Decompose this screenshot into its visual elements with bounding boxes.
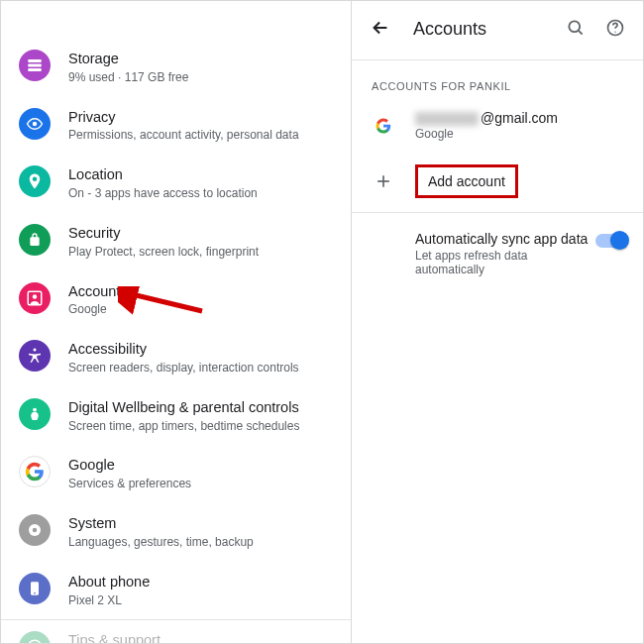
system-icon [19, 514, 51, 546]
sidebar-item-storage[interactable]: Storage 9% used · 117 GB free [1, 39, 351, 97]
help-button[interactable] [605, 18, 625, 42]
location-icon [19, 165, 51, 197]
accessibility-title: Accessibility [68, 340, 333, 359]
add-account-row[interactable]: Add account [352, 151, 643, 213]
accessibility-icon [19, 340, 51, 372]
sidebar-item-tips[interactable]: ? Tips & support Help articles, phone & … [1, 620, 351, 643]
system-title: System [68, 514, 333, 533]
location-title: Location [68, 165, 333, 184]
account-email: @gmail.com [415, 110, 558, 126]
accessibility-sub: Screen readers, display, interaction con… [68, 360, 333, 376]
account-row-google[interactable]: @gmail.com Google [352, 100, 643, 151]
google-title: Google [68, 456, 333, 475]
accounts-icon [19, 282, 51, 314]
svg-text:?: ? [32, 642, 38, 643]
sidebar-item-accessibility[interactable]: Accessibility Screen readers, display, i… [1, 329, 351, 387]
svg-line-17 [579, 30, 583, 34]
detail-header: Accounts [352, 1, 643, 60]
svg-rect-0 [28, 59, 42, 62]
section-label: ACCOUNTS FOR PANKIL [352, 60, 643, 100]
svg-point-9 [33, 528, 38, 533]
sidebar-item-google[interactable]: Google Services & preferences [1, 445, 351, 503]
google-account-icon [370, 112, 397, 140]
sidebar-item-accounts[interactable]: Accounts Google [1, 271, 351, 330]
sidebar-item-privacy[interactable]: Privacy Permissions, account activity, p… [1, 97, 351, 156]
svg-point-16 [569, 21, 580, 32]
svg-point-19 [614, 31, 615, 32]
add-account-highlight: Add account [415, 164, 518, 198]
accounts-detail-panel: Accounts ACCOUNTS FOR PANKIL @gmail.com … [352, 1, 643, 643]
settings-list-panel: Storage 9% used · 117 GB free Privacy Pe… [1, 1, 352, 643]
account-provider: Google [415, 127, 558, 141]
back-button[interactable] [370, 17, 391, 43]
wellbeing-title: Digital Wellbeing & parental controls [68, 398, 333, 417]
sync-sub: Let apps refresh data automatically [415, 249, 595, 276]
location-sub: On - 3 apps have access to location [68, 185, 333, 202]
security-title: Security [68, 224, 333, 243]
storage-sub: 9% used · 117 GB free [68, 69, 333, 86]
sync-title: Automatically sync app data [415, 231, 595, 247]
privacy-sub: Permissions, account activity, personal … [68, 127, 333, 144]
system-sub: Languages, gestures, time, backup [68, 534, 333, 551]
sidebar-item-wellbeing[interactable]: Digital Wellbeing & parental controls Sc… [1, 387, 351, 446]
about-icon [19, 573, 51, 604]
sidebar-item-location[interactable]: Location On - 3 apps have access to loca… [1, 155, 351, 213]
google-icon [19, 456, 51, 487]
storage-title: Storage [68, 50, 333, 68]
tips-icon: ? [19, 631, 51, 643]
svg-point-11 [34, 592, 36, 594]
sidebar-item-system[interactable]: System Languages, gestures, time, backup [1, 503, 351, 562]
security-sub: Play Protect, screen lock, fingerprint [68, 244, 333, 261]
plus-icon [370, 167, 397, 195]
about-title: About phone [68, 573, 333, 591]
security-icon [19, 224, 51, 256]
accounts-sub: Google [68, 301, 333, 318]
sidebar-item-about[interactable]: About phone Pixel 2 XL [1, 562, 351, 620]
search-button[interactable] [566, 18, 586, 42]
privacy-title: Privacy [68, 108, 333, 127]
detail-title: Accounts [413, 19, 546, 40]
svg-rect-1 [28, 64, 42, 67]
google-sub: Services & preferences [68, 476, 333, 492]
privacy-icon [19, 108, 51, 140]
wellbeing-sub: Screen time, app timers, bedtime schedul… [68, 418, 333, 435]
sync-row: Automatically sync app data Let apps ref… [352, 213, 643, 294]
accounts-title: Accounts [68, 282, 333, 301]
add-account-label: Add account [428, 173, 505, 189]
wellbeing-icon [19, 398, 51, 430]
storage-icon [19, 50, 51, 81]
svg-rect-2 [28, 68, 42, 71]
svg-point-5 [33, 294, 38, 299]
svg-point-3 [33, 121, 38, 126]
sidebar-item-security[interactable]: Security Play Protect, screen lock, fing… [1, 213, 351, 271]
svg-point-6 [34, 349, 37, 352]
tips-title: Tips & support [68, 631, 333, 643]
about-sub: Pixel 2 XL [68, 592, 333, 609]
svg-point-7 [33, 407, 37, 411]
sync-toggle[interactable] [595, 234, 627, 248]
